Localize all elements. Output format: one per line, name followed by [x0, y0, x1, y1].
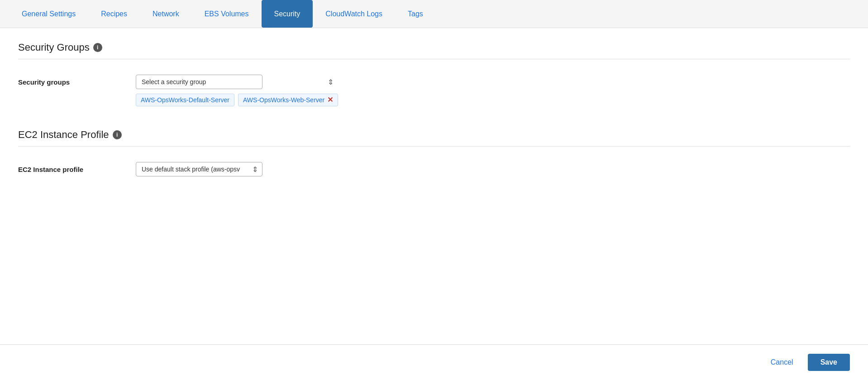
- top-navigation: General Settings Recipes Network EBS Vol…: [0, 0, 868, 28]
- ec2-instance-profile-select-wrapper: Use default stack profile (aws-opsv ⇕: [136, 162, 262, 176]
- cancel-button[interactable]: Cancel: [763, 355, 801, 370]
- ec2-instance-profile-info-icon[interactable]: i: [113, 130, 122, 139]
- tag-default-server: AWS-OpsWorks-Default-Server: [136, 94, 234, 106]
- security-groups-heading: Security Groups: [18, 42, 90, 53]
- ec2-instance-profile-title: EC2 Instance Profile i: [18, 129, 850, 141]
- ec2-instance-profile-form-row: EC2 Instance profile Use default stack p…: [18, 157, 850, 181]
- footer: Cancel Save: [0, 344, 868, 380]
- tab-recipes[interactable]: Recipes: [88, 0, 140, 28]
- security-groups-section: Security Groups i Security groups Select…: [18, 42, 850, 111]
- tab-general-settings[interactable]: General Settings: [9, 0, 88, 28]
- ec2-instance-profile-controls: Use default stack profile (aws-opsv ⇕: [136, 162, 262, 176]
- tag-web-server: AWS-OpsWorks-Web-Server ✕: [238, 94, 338, 106]
- tab-security[interactable]: Security: [262, 0, 313, 28]
- ec2-instance-profile-divider: [18, 146, 850, 147]
- tab-tags[interactable]: Tags: [395, 0, 436, 28]
- security-groups-tags: AWS-OpsWorks-Default-Server AWS-OpsWorks…: [136, 94, 338, 106]
- security-groups-controls: Select a security group ⇕ AWS-OpsWorks-D…: [136, 75, 338, 106]
- tag-web-server-remove-button[interactable]: ✕: [327, 96, 333, 104]
- security-groups-divider: [18, 59, 850, 59]
- tab-network[interactable]: Network: [140, 0, 192, 28]
- security-groups-label: Security groups: [18, 75, 118, 86]
- save-button[interactable]: Save: [808, 354, 850, 371]
- tag-default-server-label: AWS-OpsWorks-Default-Server: [141, 96, 229, 104]
- ec2-instance-profile-label: EC2 Instance profile: [18, 162, 118, 173]
- security-groups-title: Security Groups i: [18, 42, 850, 53]
- select-arrow-icon: ⇕: [328, 78, 334, 86]
- tag-web-server-label: AWS-OpsWorks-Web-Server: [243, 96, 324, 104]
- ec2-instance-profile-heading: EC2 Instance Profile: [18, 129, 109, 141]
- security-groups-select[interactable]: Select a security group: [136, 75, 262, 89]
- tab-cloudwatch-logs[interactable]: CloudWatch Logs: [313, 0, 395, 28]
- ec2-instance-profile-select[interactable]: Use default stack profile (aws-opsv: [136, 162, 262, 176]
- security-groups-form-row: Security groups Select a security group …: [18, 70, 850, 111]
- security-groups-info-icon[interactable]: i: [93, 43, 102, 52]
- main-content: Security Groups i Security groups Select…: [0, 28, 868, 213]
- tab-ebs-volumes[interactable]: EBS Volumes: [192, 0, 262, 28]
- security-groups-select-wrapper: Select a security group ⇕: [136, 75, 338, 89]
- ec2-instance-profile-section: EC2 Instance Profile i EC2 Instance prof…: [18, 129, 850, 181]
